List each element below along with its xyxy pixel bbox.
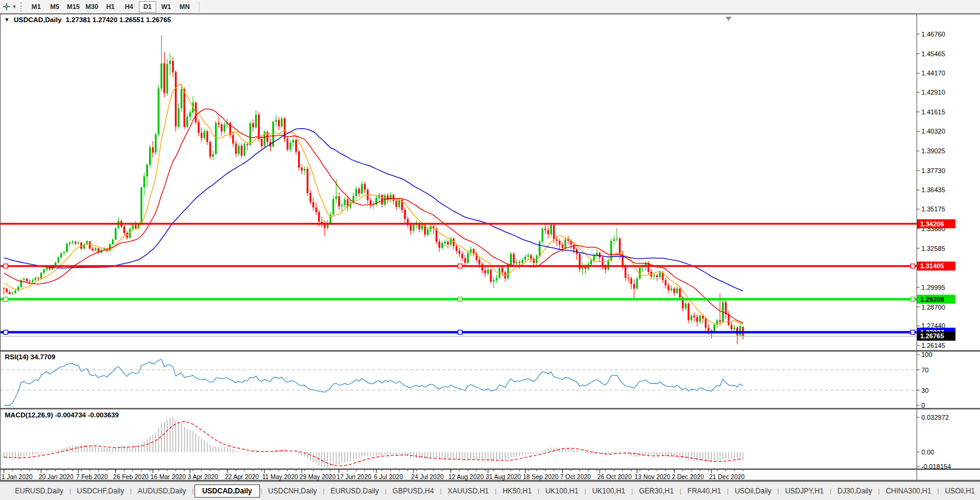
timeframe-button-mn[interactable]: MN — [176, 1, 193, 13]
timeframe-button-m1[interactable]: M1 — [28, 1, 45, 13]
macd-signal-line — [4, 422, 744, 466]
chart-tab-china300-h1[interactable]: CHINA300,H1 — [881, 485, 937, 497]
svg-text:29 May 2020: 29 May 2020 — [299, 473, 336, 480]
price-badge-1-31405: 1.31405 — [917, 262, 955, 271]
line-handle[interactable] — [4, 264, 8, 268]
svg-text:1.41615: 1.41615 — [921, 108, 945, 116]
timeframe-button-m5[interactable]: M5 — [46, 1, 63, 13]
svg-text:18 Sep 2020: 18 Sep 2020 — [523, 473, 559, 480]
chart-window[interactable]: ▼ USDCAD,Daily 1.27381 1.27420 1.26551 1… — [0, 14, 980, 481]
tab-separator: | — [260, 487, 262, 495]
svg-text:70: 70 — [921, 366, 929, 374]
chart-tab-usoil-daily[interactable]: USOil,Daily — [729, 485, 776, 497]
chart-tab-uk100-h1[interactable]: UK100,H1 — [540, 485, 584, 497]
chart-ohlc-values: 1.27381 1.27420 1.26551 1.26765 — [66, 16, 171, 23]
timeframe-toolbar: ▼ M1M5M15M30H1H4D1W1MN — [0, 0, 980, 14]
svg-text:11 May 2020: 11 May 2020 — [262, 473, 298, 480]
line-handle[interactable] — [911, 330, 915, 334]
collapse-arrow-icon[interactable]: ▼ — [4, 17, 10, 23]
chart-tab-xauusd-h1[interactable]: XAUUSD,H1 — [442, 485, 494, 497]
svg-text:6 Jul 2020: 6 Jul 2020 — [374, 473, 403, 480]
timeframe-button-w1[interactable]: W1 — [157, 1, 175, 13]
price-chart-canvas[interactable]: 1.467601.454651.441701.429101.416151.403… — [0, 14, 980, 481]
tab-separator: | — [679, 487, 681, 495]
svg-text:31 Aug 2020: 31 Aug 2020 — [486, 473, 521, 480]
chart-tab-hk50-h1[interactable]: HK50,H1 — [497, 485, 537, 497]
svg-text:1.42910: 1.42910 — [921, 89, 945, 96]
tab-separator: | — [727, 487, 729, 495]
svg-text:26 Feb 2020: 26 Feb 2020 — [113, 473, 148, 480]
svg-text:1.35175: 1.35175 — [921, 205, 945, 213]
horizontal-line-1-27027[interactable] — [1, 330, 917, 334]
chart-tab-usdcnh-daily[interactable]: USDCNH,Daily — [263, 485, 322, 497]
timeframe-button-m15[interactable]: M15 — [65, 1, 82, 13]
svg-text:1.36435: 1.36435 — [921, 186, 945, 193]
svg-text:21 Dec 2020: 21 Dec 2020 — [709, 473, 745, 480]
chart-tab-gbpusd-h4[interactable]: GBPUSD,H4 — [387, 485, 439, 497]
tab-separator: | — [830, 487, 832, 495]
tab-separator: | — [130, 487, 132, 495]
macd-indicator-label: MACD(12,26,9) -0.004734 -0.003639 — [5, 411, 119, 419]
svg-text:26 Oct 2020: 26 Oct 2020 — [597, 473, 632, 480]
rsi-line — [4, 359, 744, 405]
chart-tabs: EURUSD,Daily|USDCHF,Daily|AUDUSD,Daily|U… — [10, 484, 980, 498]
chart-tab-usdjpy-h1[interactable]: USDJPY,H1 — [779, 485, 829, 497]
svg-text:1.45465: 1.45465 — [921, 50, 945, 57]
line-handle[interactable] — [458, 330, 462, 334]
svg-text:1.29208: 1.29208 — [920, 296, 944, 303]
chart-tab-uk100-h1[interactable]: UK100,H1 — [587, 485, 630, 497]
svg-text:1.37730: 1.37730 — [921, 167, 945, 174]
tab-separator: | — [937, 487, 939, 495]
timeframe-button-h1[interactable]: H1 — [102, 1, 119, 13]
price-axis: 1.467601.454651.441701.429101.416151.403… — [917, 14, 945, 480]
horizontal-line-1-29208[interactable] — [1, 297, 917, 301]
svg-text:17 Jun 2020: 17 Jun 2020 — [336, 473, 371, 480]
toolbar-grip[interactable] — [20, 2, 24, 11]
timeframe-button-m30[interactable]: M30 — [83, 1, 101, 13]
svg-text:100: 100 — [921, 351, 932, 358]
svg-text:13 Nov 2020: 13 Nov 2020 — [635, 473, 670, 480]
line-handle[interactable] — [911, 297, 915, 301]
chart-tab-eurusd-daily[interactable]: EURUSD,Daily — [325, 485, 384, 497]
chart-tab-dj30-daily[interactable]: DJ30,Daily — [832, 485, 878, 497]
chart-tab-eurusd-daily[interactable]: EURUSD,Daily — [10, 485, 69, 497]
svg-text:0: 0 — [921, 402, 925, 409]
svg-text:24 Jul 2020: 24 Jul 2020 — [411, 473, 444, 480]
line-handle[interactable] — [458, 297, 462, 301]
chart-tab-bar: EURUSD,Daily|USDCHF,Daily|AUDUSD,Daily|U… — [0, 481, 980, 500]
chart-tab-usoil-h1[interactable]: USOil,H1 — [940, 485, 980, 497]
moving-averages-layer — [4, 84, 744, 325]
chart-symbol-label: USDCAD,Daily — [14, 16, 62, 23]
svg-text:12 Aug 2020: 12 Aug 2020 — [448, 473, 484, 480]
chart-tab-usdcad-daily[interactable]: USDCAD,Daily — [195, 484, 260, 498]
horizontal-line-1-31405[interactable] — [1, 264, 917, 268]
tab-separator: | — [538, 487, 539, 495]
svg-text:1.32585: 1.32585 — [921, 245, 945, 252]
tab-separator: | — [632, 487, 633, 495]
timeframe-button-h4[interactable]: H4 — [120, 1, 138, 13]
bid-price-line — [1, 336, 917, 337]
line-handle[interactable] — [458, 264, 462, 268]
svg-text:1.46760: 1.46760 — [921, 31, 945, 38]
cursor-tool-button[interactable]: ▼ — [0, 1, 19, 13]
svg-text:2 Dec 2020: 2 Dec 2020 — [672, 473, 704, 480]
macd-histogram — [4, 417, 744, 468]
horizontal-line-1-34206[interactable] — [1, 223, 917, 225]
line-handle[interactable] — [911, 264, 915, 268]
rsi-indicator-label: RSI(14) 34.7709 — [5, 353, 55, 360]
tab-separator: | — [323, 487, 324, 495]
timeframe-buttons: M1M5M15M30H1H4D1W1MN — [27, 1, 194, 13]
timeframe-button-d1[interactable]: D1 — [139, 1, 156, 13]
svg-text:1.44170: 1.44170 — [921, 69, 945, 77]
tab-separator: | — [192, 487, 194, 495]
svg-text:3 Apr 2020: 3 Apr 2020 — [188, 473, 219, 480]
chart-tab-fra40-h1[interactable]: FRA40,H1 — [682, 485, 726, 497]
line-handle[interactable] — [4, 297, 8, 301]
chart-tab-usdchf-daily[interactable]: USDCHF,Daily — [72, 485, 130, 497]
chart-tab-audusd-daily[interactable]: AUDUSD,Daily — [132, 485, 192, 497]
chart-tab-ger30-h1[interactable]: GER30,H1 — [633, 485, 679, 497]
line-handle[interactable] — [4, 330, 8, 334]
tab-separator: | — [385, 487, 387, 495]
svg-text:22 Apr 2020: 22 Apr 2020 — [225, 473, 259, 480]
chart-shift-icon[interactable] — [726, 17, 732, 21]
